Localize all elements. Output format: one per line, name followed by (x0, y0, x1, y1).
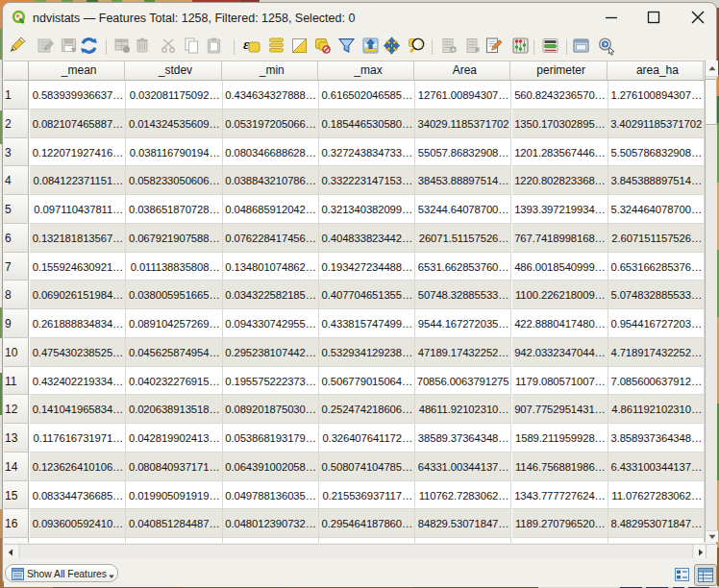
svg-text:ε: ε (243, 37, 250, 52)
